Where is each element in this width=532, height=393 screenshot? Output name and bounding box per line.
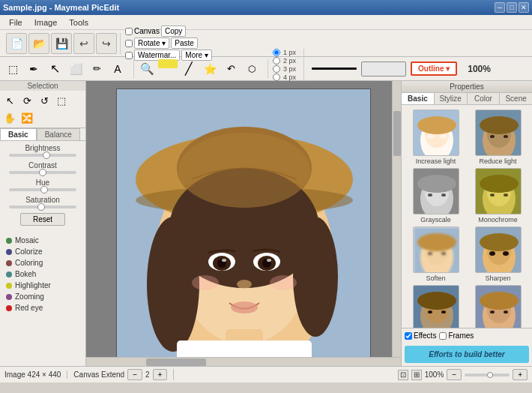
props-tab-stylize[interactable]: Stylize <box>435 93 468 104</box>
copy-button[interactable]: Copy <box>161 26 186 37</box>
thumb-grayscale[interactable]: Grayscale <box>406 168 465 224</box>
line-tool[interactable]: ╱ <box>179 59 199 79</box>
contrast-slider[interactable] <box>9 171 76 174</box>
tab-balance[interactable]: Balance <box>37 128 80 140</box>
props-tab-scene[interactable]: Scene <box>500 93 532 104</box>
zoom-slider-thumb[interactable] <box>487 372 493 378</box>
effect-highlighter[interactable]: Highlighter <box>3 280 82 291</box>
menu-file[interactable]: File <box>3 16 28 28</box>
maximize-button[interactable]: □ <box>507 2 517 13</box>
watermark-checkbox[interactable] <box>125 52 133 59</box>
promo-banner[interactable]: Efforts to build better <box>405 346 529 363</box>
window-controls[interactable]: ─ □ ✕ <box>495 2 529 13</box>
close-button[interactable]: ✕ <box>519 2 529 13</box>
open-button[interactable]: 📂 <box>28 33 49 54</box>
window-title: Sample.jpg - Maymeal PicEdit <box>3 3 119 12</box>
menu-image[interactable]: Image <box>28 16 64 28</box>
thumb-img-reduce-light <box>475 110 522 156</box>
effect-colorize[interactable]: Colorize <box>3 246 82 257</box>
px2-option[interactable]: 2 px <box>271 57 297 64</box>
thumb-dark2[interactable] <box>468 285 528 328</box>
redo-button[interactable]: ↪ <box>96 33 117 54</box>
hue-thumb[interactable] <box>40 186 48 194</box>
rotate-checkbox[interactable] <box>125 40 133 47</box>
menu-tools[interactable]: Tools <box>63 16 94 28</box>
zoom-in-button[interactable]: + <box>513 369 528 380</box>
minimize-button[interactable]: ─ <box>495 2 505 13</box>
eraser-tool[interactable]: ↶ <box>221 59 241 79</box>
fit-button[interactable]: ⊡ <box>398 370 408 380</box>
zoom-slider[interactable] <box>465 374 510 376</box>
shape-tool[interactable]: ⬜ <box>66 59 85 79</box>
hue-slider[interactable] <box>9 188 76 191</box>
canvas-extend-minus[interactable]: − <box>127 369 142 380</box>
thumb-reduce-light[interactable]: Reduce light <box>468 110 528 165</box>
brightness-thumb[interactable] <box>43 152 50 159</box>
effect-coloring[interactable]: Coloring <box>3 257 82 268</box>
star-tool[interactable]: ⭐ <box>200 59 220 79</box>
thumb-img-dark1 <box>413 285 459 328</box>
rotate-icon[interactable]: ↺ <box>36 92 52 109</box>
effect-redeye[interactable]: Red eye <box>3 302 82 314</box>
props-tab-color[interactable]: Color <box>468 93 501 104</box>
outline-button[interactable]: Outline ▾ <box>411 62 457 76</box>
effect-zooming[interactable]: Zooming <box>3 291 82 302</box>
color-picker[interactable] <box>361 62 406 76</box>
px1-radio[interactable] <box>273 49 280 56</box>
horizontal-scrollbar[interactable] <box>86 357 401 366</box>
nav-icon[interactable]: 🔀 <box>19 110 35 126</box>
pointer-tool[interactable]: ↖ <box>1 92 18 109</box>
paste-button[interactable]: Paste <box>171 38 198 49</box>
svg-point-27 <box>417 116 456 134</box>
effect-bokeh[interactable]: Bokeh <box>3 268 82 280</box>
thumb-monochrome[interactable]: Monochrome <box>468 168 528 224</box>
tab-basic[interactable]: Basic <box>0 128 37 140</box>
effects-checkbox-label[interactable]: Effects <box>405 332 436 340</box>
frames-checkbox-label[interactable]: Frames <box>439 332 474 340</box>
rotate-button[interactable]: Rotate ▾ <box>134 38 169 49</box>
vertical-scrollbar[interactable] <box>392 81 401 357</box>
px4-option[interactable]: 4 px <box>271 74 297 81</box>
effects-checkbox[interactable] <box>405 332 412 340</box>
effect-mosaic[interactable]: Mosaic <box>3 235 82 246</box>
select-tool[interactable]: ⬚ <box>3 59 22 79</box>
px1-option[interactable]: 1 px <box>271 49 297 56</box>
saturation-thumb[interactable] <box>37 203 45 211</box>
v-scrollbar-thumb[interactable] <box>393 111 401 156</box>
lasso-icon[interactable]: ⟳ <box>19 92 35 109</box>
thumb-dark1[interactable] <box>406 285 465 328</box>
px4-radio[interactable] <box>273 74 280 81</box>
canvas-area[interactable] <box>86 81 401 366</box>
thumb-increase-light[interactable]: Increase light <box>406 110 465 165</box>
canvas-extend-plus[interactable]: + <box>153 369 168 380</box>
contrast-thumb[interactable] <box>39 169 46 176</box>
zoom-out-button[interactable]: − <box>447 369 462 380</box>
h-scrollbar-thumb[interactable] <box>146 358 206 366</box>
new-button[interactable]: 📄 <box>6 33 27 54</box>
undo-button[interactable]: ↩ <box>73 33 94 54</box>
rect-select-icon[interactable]: ⬚ <box>53 92 70 109</box>
fill-tool[interactable]: ⬡ <box>242 59 262 79</box>
canvas-checkbox[interactable] <box>125 28 133 35</box>
px3-radio[interactable] <box>273 65 280 73</box>
saturation-slider[interactable] <box>9 206 76 208</box>
px2-radio[interactable] <box>273 57 280 64</box>
px3-option[interactable]: 3 px <box>271 65 297 73</box>
zoom-in-tool[interactable]: 🔍 <box>137 59 157 79</box>
reset-button[interactable]: Reset <box>20 213 65 226</box>
save-button[interactable]: 💾 <box>51 33 72 54</box>
props-tab-basic[interactable]: Basic <box>402 93 435 104</box>
actual-size-button[interactable]: ⊞ <box>411 370 422 380</box>
arrow-tool[interactable]: ↖ <box>45 59 64 79</box>
thumb-soften[interactable]: Soften <box>406 226 465 282</box>
thumb-sharpen[interactable]: Sharpen <box>468 226 528 282</box>
text-tool[interactable]: A <box>108 59 127 79</box>
brightness-slider[interactable] <box>9 154 76 157</box>
hand-tool[interactable]: ✋ <box>1 110 18 126</box>
highlight-tool[interactable] <box>158 59 178 68</box>
lasso-tool[interactable]: ✒ <box>24 59 43 79</box>
svg-point-64 <box>428 310 432 314</box>
pencil-tool[interactable]: ✏ <box>87 59 106 79</box>
file-tools: 📄 📂 💾 ↩ ↪ <box>3 33 121 54</box>
frames-checkbox[interactable] <box>439 332 447 340</box>
